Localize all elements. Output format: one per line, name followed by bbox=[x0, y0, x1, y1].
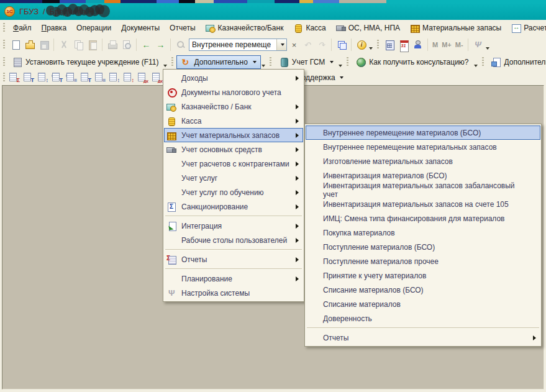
additional-processings-button[interactable]: Дополнительные обработки bbox=[487, 55, 546, 69]
menu-item-services[interactable]: Учет услуг bbox=[164, 171, 303, 185]
submenu-item-power-of-attorney[interactable]: Доверенность bbox=[306, 311, 540, 326]
additional-menu-button[interactable]: Дополнительно bbox=[176, 55, 260, 69]
menu-item-tax-documents[interactable]: Документы налогового учета bbox=[164, 85, 303, 99]
movements-card-button[interactable] bbox=[122, 72, 134, 83]
memory-recall-button[interactable]: M bbox=[430, 41, 440, 48]
search-combobox[interactable]: Внутреннее перемеще bbox=[189, 39, 287, 51]
toolbar-grip[interactable] bbox=[3, 23, 5, 33]
service-settings-button[interactable] bbox=[471, 38, 485, 52]
new-document-button[interactable] bbox=[8, 38, 22, 52]
menu-item-system-settings[interactable]: Настройка системы bbox=[164, 286, 303, 300]
menu-file[interactable]: Файл bbox=[8, 22, 37, 34]
submenu-item-inventory-offbalance[interactable]: Инвентаризация материальных запасов заба… bbox=[306, 183, 540, 197]
submenu-item-label: Инвентаризация материальных запасов заба… bbox=[323, 181, 530, 199]
movements-turnover-button[interactable] bbox=[108, 72, 120, 83]
menu-item-integration[interactable]: Интеграция bbox=[164, 219, 303, 233]
dk-report-button[interactable] bbox=[151, 72, 163, 83]
turnover-report-button[interactable] bbox=[80, 72, 91, 83]
menu-item-income[interactable]: Доходы bbox=[164, 71, 303, 85]
account-card-button[interactable] bbox=[65, 72, 77, 83]
calendar-button[interactable] bbox=[396, 38, 411, 52]
toolbar-overflow-chevron[interactable] bbox=[474, 65, 478, 67]
toolbar-overflow-chevron[interactable] bbox=[369, 47, 373, 50]
dk-summary-button[interactable] bbox=[137, 72, 148, 83]
clear-search-button[interactable]: × bbox=[288, 39, 300, 51]
submenu-item-materials-receipt-other[interactable]: Поступление материалов прочее bbox=[306, 254, 540, 268]
service-info-button[interactable] bbox=[354, 38, 368, 52]
user-lock-button[interactable] bbox=[411, 38, 425, 52]
menu-item-user-desktops[interactable]: Рабочие столы пользователей bbox=[164, 233, 303, 247]
toolbar-grip[interactable] bbox=[3, 57, 5, 67]
menu-material-stocks[interactable]: Материальные запасы bbox=[405, 21, 506, 35]
toolbar-grip[interactable] bbox=[482, 57, 484, 67]
toolbar-overflow-chevron[interactable] bbox=[163, 65, 167, 67]
memory-minus-button[interactable]: M- bbox=[453, 41, 465, 48]
open-button[interactable] bbox=[22, 38, 37, 52]
submenu-item-materials-purchase[interactable]: Покупка материалов bbox=[306, 226, 540, 240]
toolbar-grip[interactable] bbox=[171, 57, 173, 67]
menu-treasury-bank[interactable]: Казначейство/Банк bbox=[201, 21, 289, 35]
menu-item-planning[interactable]: Планирование bbox=[164, 271, 303, 286]
card-report-button[interactable] bbox=[94, 72, 106, 83]
submenu-item-imts-financing-change[interactable]: ИМЦ: Смена типа финансирования для матер… bbox=[306, 211, 540, 226]
menu-settlements-label: Расчеты bbox=[524, 24, 546, 32]
submenu-item-materials-receipt-bso[interactable]: Поступление материалов (БСО) bbox=[306, 240, 540, 254]
menu-item-contractor-settlements[interactable]: Учет расчетов с контрагентами bbox=[164, 157, 303, 171]
menu-settlements[interactable]: Расчеты bbox=[506, 21, 546, 35]
save-button[interactable] bbox=[37, 38, 51, 52]
submenu-item-internal-transfer-bso[interactable]: Внутреннее перемещение материалов (БСО) bbox=[306, 125, 540, 140]
menu-item-treasury-bank[interactable]: Казначейство / Банк bbox=[164, 99, 303, 114]
copy-button[interactable] bbox=[71, 38, 85, 52]
submenu-item-materials-production[interactable]: Изготовление материальных запасов bbox=[306, 154, 540, 168]
menu-fixed-assets[interactable]: ОС, НМА, НПА bbox=[331, 21, 405, 35]
menu-item-fixed-assets[interactable]: Учет основных средств bbox=[164, 142, 303, 157]
submenu-item-materials-writeoff[interactable]: Списание материалов bbox=[306, 297, 540, 311]
summary-report-button[interactable] bbox=[8, 72, 20, 83]
window-list-button[interactable] bbox=[334, 38, 348, 52]
submenu-item-inventory-account-105[interactable]: Инвентаризация материальных запасов на с… bbox=[306, 197, 540, 211]
print-preview-button[interactable] bbox=[119, 38, 134, 52]
menu-cash[interactable]: Касса bbox=[288, 21, 330, 35]
toolbar-grip[interactable] bbox=[3, 73, 5, 83]
fuel-label: Учет ГСМ bbox=[292, 58, 325, 66]
menu-edit[interactable]: Правка bbox=[37, 22, 72, 34]
paste-button[interactable] bbox=[85, 38, 99, 52]
toolbar-grip[interactable] bbox=[377, 40, 379, 50]
history-back-button[interactable]: ↶ bbox=[300, 38, 314, 52]
toolbar-overflow-chevron[interactable] bbox=[339, 65, 342, 67]
submenu-item-materials-writeoff-bso[interactable]: Списание материалов (БСО) bbox=[306, 283, 540, 297]
forward-button[interactable]: → bbox=[153, 38, 168, 52]
menu-operations[interactable]: Операции bbox=[71, 22, 116, 34]
menu-item-education-services[interactable]: Учет услуг по обучению bbox=[164, 185, 303, 199]
search-button[interactable] bbox=[173, 38, 188, 52]
combobox-dropdown-button[interactable] bbox=[276, 39, 286, 50]
calculator-button[interactable] bbox=[382, 38, 396, 52]
set-institution-button[interactable]: Установить текущее учреждение (F11) bbox=[8, 55, 163, 69]
menu-reports[interactable]: Отчеты bbox=[165, 22, 200, 34]
menu-item-reports[interactable]: Отчеты bbox=[164, 252, 303, 267]
submenu-item-reports[interactable]: Отчеты bbox=[306, 330, 540, 345]
toolbar-overflow-chevron[interactable] bbox=[486, 47, 489, 50]
toolbar-grip[interactable] bbox=[270, 57, 271, 67]
document-movements-button[interactable] bbox=[37, 72, 48, 83]
back-button[interactable]: ← bbox=[139, 38, 153, 52]
menu-item-cash[interactable]: Касса bbox=[164, 114, 303, 128]
menu-item-materials-accounting[interactable]: Учет материальных запасов bbox=[164, 128, 303, 142]
toolbar-grip[interactable] bbox=[3, 40, 5, 50]
table-turnover-report-button[interactable] bbox=[22, 72, 34, 83]
print-button[interactable] bbox=[105, 38, 119, 52]
icon-slot bbox=[166, 221, 181, 231]
toolbar-grip[interactable] bbox=[347, 57, 348, 67]
submenu-item-materials-acceptance[interactable]: Принятие к учету материалов bbox=[306, 268, 540, 283]
strip-segment bbox=[275, 0, 299, 3]
menu-item-sanctioning[interactable]: Санкционирование bbox=[164, 199, 303, 214]
fuel-accounting-button[interactable]: Учет ГСМ bbox=[275, 55, 338, 69]
get-consultation-button[interactable]: Как получить консультацию? bbox=[352, 55, 473, 69]
menu-documents[interactable]: Документы bbox=[116, 22, 165, 34]
toolbar-overflow-chevron[interactable] bbox=[262, 65, 265, 67]
account-turnover-button[interactable] bbox=[51, 72, 63, 83]
history-forward-button[interactable]: ↷ bbox=[314, 38, 329, 52]
submenu-item-internal-transfer-materials[interactable]: Внутреннее перемещение материальных запа… bbox=[306, 140, 540, 154]
cut-button[interactable] bbox=[57, 38, 71, 52]
memory-plus-button[interactable]: M+ bbox=[440, 41, 453, 48]
